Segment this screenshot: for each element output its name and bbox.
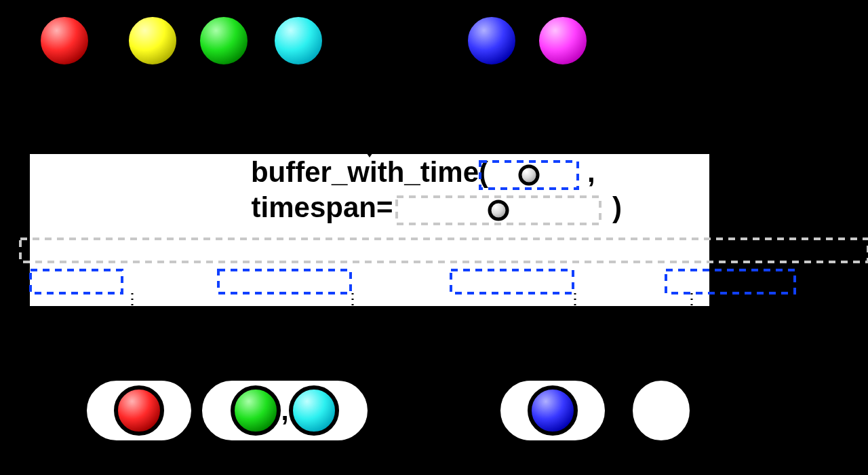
marble-cyan [273,15,324,66]
marble-green [198,15,250,66]
marble-red [39,15,90,66]
output-buffer [631,379,692,442]
svg-point-4 [466,15,517,66]
timespan-label: timespan= [252,191,393,223]
svg-point-0 [39,15,90,66]
marble-diagram: buffer_with_time( ,timespan=), [0,0,868,475]
svg-point-15 [291,387,337,434]
marble-green [233,387,279,434]
svg-text:): ) [612,191,622,223]
svg-marker-10 [359,373,380,388]
marble-blue [466,15,517,66]
svg-point-5 [537,15,589,66]
output-buffer [85,379,193,442]
output-buffer [498,379,607,442]
svg-point-12 [116,387,162,434]
marble-red [116,387,162,434]
marble-blue [530,387,576,434]
svg-point-7 [520,166,538,184]
operator-param-line: timespan= [252,191,393,223]
marble-gray [520,166,538,184]
svg-point-14 [233,387,279,434]
timeline-arrowhead [814,398,841,423]
svg-rect-18 [631,379,692,442]
svg-point-1 [127,15,178,66]
output-buffer: , [200,379,370,442]
svg-point-3 [273,15,324,66]
operator-name: buffer_with_time [251,156,479,188]
timeline-arrowhead [814,28,841,53]
svg-point-2 [198,15,250,66]
marble-cyan [291,387,337,434]
marble-gray [490,202,507,219]
svg-point-8 [490,202,507,219]
marble-yellow [127,15,178,66]
marble-magenta [537,15,589,66]
group-separator: , [281,396,288,425]
svg-point-17 [530,387,576,434]
